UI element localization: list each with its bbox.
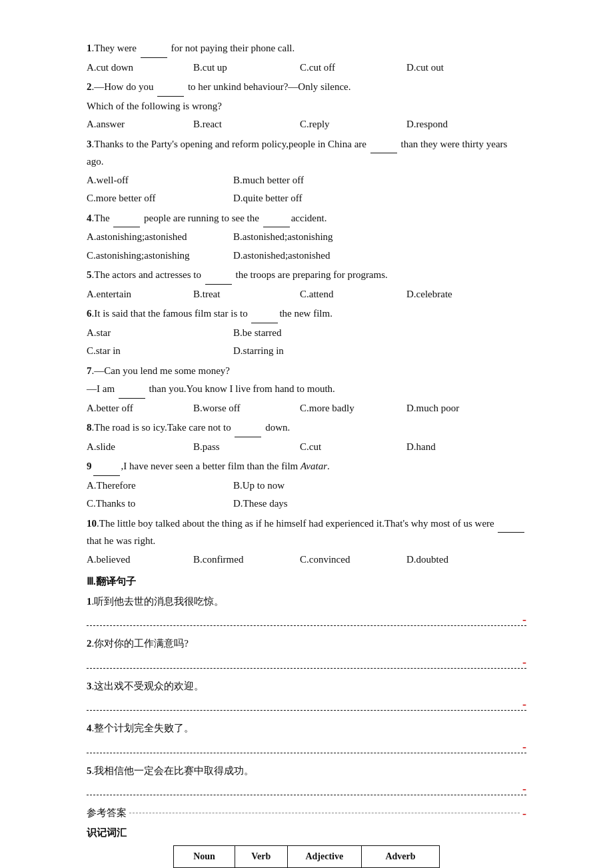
q4-after: accident. — [291, 213, 327, 223]
question-7: 7.—Can you lend me some money? —I am tha… — [87, 363, 526, 417]
q7-options: A.better off B.worse off C.more badly D.… — [87, 400, 526, 417]
q7-line1: 7.—Can you lend me some money? — [87, 363, 526, 380]
q6-opt-a: A.star — [87, 325, 233, 342]
q9-options-row1: A.Therefore B.Up to now — [87, 477, 526, 495]
translation-3: 3.这出戏不受观众的欢迎。 - — [87, 678, 526, 711]
q7-opt-d: D.much poor — [406, 400, 513, 417]
vocab-table: Noun Verb Adjective Adverb fortune fortu… — [173, 845, 440, 868]
t1-text: 1.听到他去世的消息我很吃惊。 — [87, 593, 526, 611]
q9-options-row2: C.Thanks to D.These days — [87, 495, 526, 513]
q10-num: 10 — [87, 518, 97, 529]
t5-dash: - — [522, 783, 526, 795]
q2-after: to her unkind behaviour?—Only silence. — [185, 81, 350, 92]
question-5: 5.The actors and actresses to the troops… — [87, 267, 526, 303]
q2-opt-a: A.answer — [87, 116, 193, 133]
q5-pre: .The actors and actresses to — [92, 269, 204, 280]
q3-options-row1: A.well-off B.much better off — [87, 172, 526, 189]
q1-line: 1.They were for not paying their phone c… — [87, 40, 526, 58]
q2-pre: .—How do you — [92, 81, 157, 92]
q10-opt-a: A.believed — [87, 551, 193, 569]
q5-blank — [205, 267, 232, 285]
ref-dotline — [129, 813, 520, 813]
ref-dash: - — [522, 807, 526, 819]
question-2: 2.—How do you to her unkind behaviour?—O… — [87, 79, 526, 133]
q10-options: A.believed B.confirmed C.convinced D.dou… — [87, 551, 526, 569]
q9-period: . — [327, 461, 330, 471]
q1-num: 1 — [87, 43, 92, 53]
q4-opt-c: C.astonishing;astonishing — [87, 247, 233, 265]
q10-opt-c: C.convinced — [300, 551, 406, 569]
q9-line: 9 ,I have never seen a better film than … — [87, 458, 526, 476]
q2-sub: Which of the following is wrong? — [87, 98, 526, 115]
q7-opt-c: C.more badly — [300, 400, 406, 417]
q4-pre: .The — [92, 213, 113, 223]
ref-label: 参考答案 — [87, 805, 127, 822]
q6-opt-c: C.star in — [87, 343, 233, 360]
q8-line: 8.The road is so icy.Take care not to do… — [87, 419, 526, 437]
q6-after: the new film. — [279, 308, 332, 319]
q7-num: 7 — [87, 365, 92, 376]
q3-num: 3 — [87, 139, 92, 149]
q3-line: 3.Thanks to the Party's opening and refo… — [87, 136, 526, 171]
q6-pre: .It is said that the famous film star is… — [92, 308, 251, 319]
q2-options: A.answer B.react C.reply D.respond — [87, 116, 526, 133]
q5-opt-d: D.celebrate — [406, 286, 513, 303]
q5-line: 5.The actors and actresses to the troops… — [87, 267, 526, 285]
col-adjective: Adjective — [287, 846, 361, 868]
q7-blank — [119, 381, 145, 399]
q4-blank1 — [113, 210, 140, 228]
q8-opt-c: C.cut — [300, 439, 406, 456]
q3-blank — [370, 136, 397, 154]
t2-answer-line: - — [87, 654, 526, 669]
q4-opt-a: A.astonishing;astonished — [87, 229, 233, 246]
q3-opt-a: A.well-off — [87, 172, 233, 189]
reference-section: 参考答案- 识记词汇 Noun Verb Adjective Adverb fo… — [87, 805, 526, 868]
question-8: 8.The road is so icy.Take care not to do… — [87, 419, 526, 455]
q9-num: 9 — [87, 461, 92, 471]
t4-text: 4.整个计划完全失败了。 — [87, 720, 526, 737]
q9-opt-d: D.These days — [233, 495, 380, 513]
q7-pre2: —I am — [87, 383, 117, 394]
q1-opt-d: D.cut out — [406, 59, 513, 77]
question-10: 10.The little boy talked about the thing… — [87, 515, 526, 569]
t2-text: 2.你对你的工作满意吗? — [87, 635, 526, 653]
question-6: 6.It is said that the famous film star i… — [87, 305, 526, 360]
t5-text: 5.我相信他一定会在比赛中取得成功。 — [87, 763, 526, 780]
translation-1: 1.听到他去世的消息我很吃惊。 - — [87, 593, 526, 627]
question-9: 9 ,I have never seen a better film than … — [87, 458, 526, 513]
q4-options-row2: C.astonishing;astonishing D.astonished;a… — [87, 247, 526, 265]
t1-dash: - — [522, 613, 526, 625]
q1-blank — [141, 40, 167, 58]
q7-opt-a: A.better off — [87, 400, 193, 417]
q10-line1: 10.The little boy talked about the thing… — [87, 515, 526, 550]
q2-line: 2.—How do you to her unkind behaviour?—O… — [87, 79, 526, 97]
q9-blank — [93, 458, 120, 476]
q8-options: A.slide B.pass C.cut D.hand — [87, 439, 526, 456]
q7-opt-b: B.worse off — [193, 400, 300, 417]
q6-opt-d: D.starring in — [233, 343, 380, 360]
ref-title-line: 参考答案- — [87, 805, 526, 822]
t3-text: 3.这出戏不受观众的欢迎。 — [87, 678, 526, 695]
q2-blank — [157, 79, 184, 97]
translation-4: 4.整个计划完全失败了。 - — [87, 720, 526, 753]
t2-dash: - — [522, 656, 526, 668]
t5-answer-line: - — [87, 781, 526, 795]
q5-after: the troops are preparing for programs. — [233, 269, 388, 280]
t3-dash: - — [522, 698, 526, 710]
q2-opt-b: B.react — [193, 116, 300, 133]
q3-opt-c: C.more better off — [87, 190, 233, 207]
q1-options: A.cut down B.cut up C.cut off D.cut out — [87, 59, 526, 77]
t3-answer-line: - — [87, 696, 526, 711]
q8-blank — [235, 419, 261, 437]
q4-mid: people are running to see the — [141, 213, 261, 223]
q6-options-row2: C.star in D.starring in — [87, 343, 526, 360]
q10-after: that he was right. — [87, 535, 155, 546]
q4-line: 4.The people are running to see the acci… — [87, 210, 526, 228]
q8-after: down. — [263, 422, 290, 433]
question-3: 3.Thanks to the Party's opening and refo… — [87, 136, 526, 207]
q7-line2: —I am than you.You know I live from hand… — [87, 381, 526, 399]
q10-opt-b: B.confirmed — [193, 551, 300, 569]
col-adverb: Adverb — [362, 846, 440, 868]
q1-after: for not paying their phone call. — [169, 43, 295, 53]
q6-opt-b: B.be starred — [233, 325, 380, 342]
